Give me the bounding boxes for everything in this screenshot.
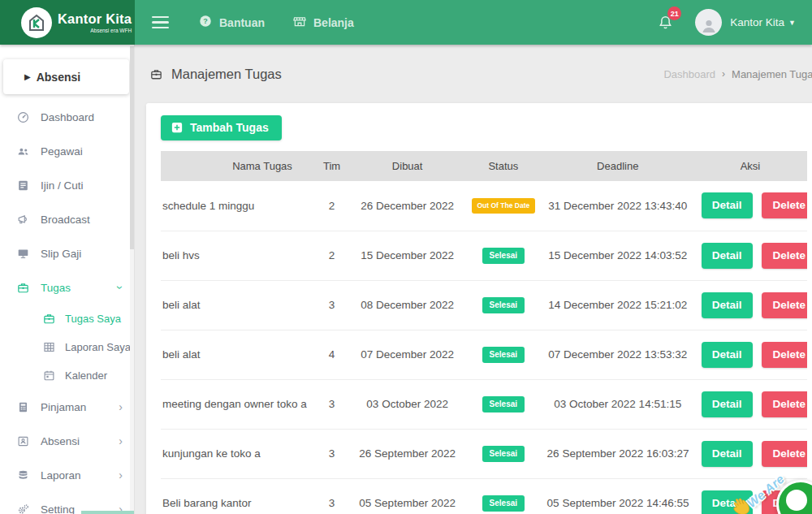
delete-button[interactable]: Delete bbox=[762, 292, 807, 318]
sidebar-subitem-laporan-saya[interactable]: Laporan Saya bbox=[0, 333, 134, 361]
brand-logo bbox=[21, 7, 52, 38]
cell-dibuat: 08 December 2022 bbox=[350, 280, 464, 330]
status-badge: Selesai bbox=[482, 248, 525, 264]
calculator-icon bbox=[16, 400, 30, 414]
sidebar-scrollbar-thumb[interactable] bbox=[130, 46, 134, 249]
sidebar-scrollbar[interactable] bbox=[130, 46, 134, 514]
detail-button[interactable]: Detail bbox=[702, 243, 753, 269]
column-header-status[interactable]: Status bbox=[464, 151, 542, 181]
breadcrumb-separator: › bbox=[722, 68, 725, 80]
notifications-button[interactable]: 21 bbox=[657, 14, 674, 31]
cell-deadline: 15 December 2022 14:03:52 bbox=[542, 231, 693, 280]
megaphone-icon bbox=[16, 213, 30, 227]
cell-tim: 2 bbox=[313, 231, 350, 280]
people-icon bbox=[16, 145, 30, 158]
brand-name: Kantor Kita bbox=[58, 11, 132, 27]
sidebar-subitem-tugas-saya[interactable]: Tugas Saya bbox=[0, 305, 134, 333]
svg-text:?: ? bbox=[203, 17, 208, 25]
breadcrumb-dashboard[interactable]: Dashboard bbox=[663, 68, 715, 80]
sidebar: ▶ Absensi Dashboard Pegawai Ijin / Cuti … bbox=[0, 45, 135, 514]
sidebar-item-dashboard[interactable]: Dashboard bbox=[0, 100, 134, 134]
dashboard-icon bbox=[16, 110, 30, 124]
nav-item-bantuan[interactable]: ? Bantuan bbox=[198, 14, 265, 31]
sidebar-item-absensi[interactable]: Absensi › bbox=[0, 424, 134, 458]
detail-button[interactable]: Detail bbox=[702, 192, 753, 218]
help-icon: ? bbox=[198, 14, 213, 31]
cell-dibuat: 03 October 2022 bbox=[350, 379, 464, 429]
active-module-label: Absensi bbox=[37, 71, 80, 84]
topbar-nav: ? Bantuan Belanja 21 bbox=[135, 0, 812, 45]
menu-toggle-icon[interactable] bbox=[150, 13, 171, 32]
nav-label: Belanja bbox=[313, 16, 354, 29]
sidebar-item-laporan[interactable]: Laporan › bbox=[0, 458, 134, 492]
brand[interactable]: Kantor Kita Absensi era WFH bbox=[0, 0, 135, 45]
column-header-aksi[interactable]: Aksi bbox=[693, 151, 807, 181]
briefcase-icon bbox=[149, 67, 163, 81]
sidebar-menu: Dashboard Pegawai Ijin / Cuti Broadcast … bbox=[0, 97, 134, 514]
cell-deadline: 14 December 2022 15:21:02 bbox=[542, 280, 693, 330]
table-row: meeting dengan owner toko a 3 03 October… bbox=[161, 379, 807, 429]
table-row: beli hvs 2 15 December 2022 Selesai 15 D… bbox=[161, 231, 807, 280]
detail-button[interactable]: Detail bbox=[702, 391, 753, 417]
status-badge: Selesai bbox=[482, 297, 525, 313]
notification-badge: 21 bbox=[667, 6, 681, 20]
delete-button[interactable]: Delete bbox=[762, 342, 807, 368]
cell-dibuat: 26 December 2022 bbox=[350, 181, 464, 231]
table-row: schedule 1 minggu 2 26 December 2022 Out… bbox=[161, 181, 807, 231]
chevron-down-icon: › bbox=[115, 286, 127, 290]
sidebar-item-tugas[interactable]: Tugas › bbox=[0, 270, 134, 305]
cell-deadline: 31 December 2022 13:43:40 bbox=[542, 181, 693, 231]
document-icon bbox=[16, 179, 30, 192]
detail-button[interactable]: Detail bbox=[702, 342, 753, 368]
add-task-button[interactable]: Tambah Tugas bbox=[161, 115, 282, 140]
avatar[interactable] bbox=[695, 9, 722, 36]
detail-button[interactable]: Detail bbox=[702, 292, 753, 318]
sidebar-subitem-kalender[interactable]: Kalender bbox=[0, 361, 134, 390]
user-name[interactable]: Kantor Kita bbox=[730, 16, 784, 28]
caret-right-icon: ▶ bbox=[24, 72, 31, 81]
nav-label: Bantuan bbox=[219, 16, 265, 29]
chevron-down-icon[interactable]: ▼ bbox=[788, 19, 796, 27]
status-badge: Selesai bbox=[482, 495, 525, 512]
sidebar-item-slip-gaji[interactable]: Slip Gaji bbox=[0, 236, 134, 270]
shop-icon bbox=[292, 14, 307, 31]
sidebar-module-selector[interactable]: ▶ Absensi bbox=[3, 59, 129, 94]
cell-nama-tugas: beli alat bbox=[161, 330, 313, 379]
brand-tagline: Absensi era WFH bbox=[58, 28, 132, 33]
cell-dibuat: 07 December 2022 bbox=[350, 330, 464, 379]
cell-tim: 4 bbox=[313, 330, 350, 379]
cell-deadline: 07 December 2022 13:53:32 bbox=[542, 330, 693, 379]
delete-button[interactable]: Delete bbox=[762, 391, 807, 417]
sidebar-item-ijin-cuti[interactable]: Ijin / Cuti bbox=[0, 168, 134, 202]
cell-tim: 3 bbox=[313, 379, 350, 429]
nav-item-belanja[interactable]: Belanja bbox=[292, 14, 354, 31]
column-header-nama-tugas[interactable]: Nama Tugas bbox=[161, 151, 313, 181]
cell-nama-tugas: kunjungan ke toko a bbox=[161, 429, 313, 478]
cell-nama-tugas: schedule 1 minggu bbox=[161, 181, 313, 231]
cell-dibuat: 05 September 2022 bbox=[350, 478, 464, 514]
status-badge: Out Of The Date bbox=[472, 198, 536, 214]
monitor-icon bbox=[16, 247, 30, 261]
cell-nama-tugas: beli alat bbox=[161, 280, 313, 330]
column-header-tim[interactable]: Tim bbox=[313, 151, 350, 181]
sidebar-item-pinjaman[interactable]: Pinjaman › bbox=[0, 390, 134, 424]
plus-square-icon bbox=[171, 122, 183, 133]
status-badge: Selesai bbox=[482, 446, 525, 462]
cell-dibuat: 15 December 2022 bbox=[350, 231, 464, 280]
column-header-deadline[interactable]: Deadline bbox=[542, 151, 693, 181]
sidebar-item-broadcast[interactable]: Broadcast bbox=[0, 202, 134, 236]
table-row: beli alat 3 08 December 2022 Selesai 14 … bbox=[161, 280, 807, 330]
delete-button[interactable]: Delete bbox=[762, 192, 807, 218]
house-k-logo-icon bbox=[27, 13, 46, 32]
page-title: Manajemen Tugas bbox=[149, 67, 282, 82]
chevron-right-icon: › bbox=[119, 401, 123, 412]
cell-tim: 3 bbox=[313, 429, 350, 478]
database-icon bbox=[16, 469, 30, 482]
cell-deadline: 05 September 2022 14:46:55 bbox=[542, 478, 693, 514]
cell-tim: 2 bbox=[313, 181, 350, 231]
column-header-dibuat[interactable]: Dibuat bbox=[350, 151, 464, 181]
delete-button[interactable]: Delete bbox=[762, 243, 807, 269]
breadcrumb-current: Manajemen Tugas bbox=[732, 68, 812, 80]
cell-deadline: 03 October 2022 14:51:15 bbox=[542, 379, 693, 429]
sidebar-item-pegawai[interactable]: Pegawai bbox=[0, 134, 134, 168]
